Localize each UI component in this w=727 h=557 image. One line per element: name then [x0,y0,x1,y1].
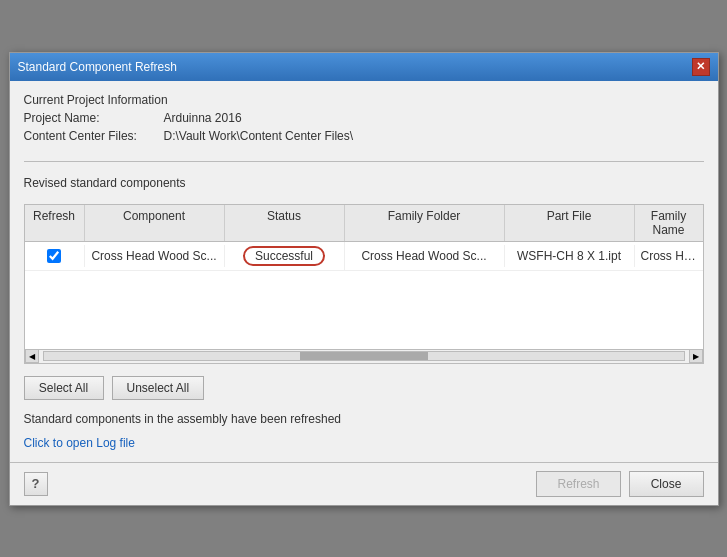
content-center-label: Content Center Files: [24,129,164,143]
row-status: Successful [225,242,345,270]
dialog-footer: ? Refresh Close [10,462,718,505]
help-button[interactable]: ? [24,472,48,496]
close-button[interactable]: Close [629,471,704,497]
col-family-name: Family Name [635,205,703,241]
col-component: Component [85,205,225,241]
project-info-section: Current Project Information Project Name… [24,93,704,147]
title-bar: Standard Component Refresh ✕ [10,53,718,81]
table-row: Cross Head Wood Sc... Successful Cross H… [25,242,703,271]
row-refresh-checkbox-cell [25,245,85,267]
row-checkbox[interactable] [47,249,61,263]
scrollbar-track[interactable] [43,351,685,361]
dialog-window: Standard Component Refresh ✕ Current Pro… [9,52,719,506]
col-refresh: Refresh [25,205,85,241]
unselect-all-button[interactable]: Unselect All [112,376,205,400]
row-part-file: WSFH-CH 8 X 1.ipt [505,245,635,267]
section-label: Current Project Information [24,93,704,107]
scrollbar-thumb [300,352,428,360]
selection-buttons: Select All Unselect All [24,376,704,400]
footer-left: ? [24,472,48,496]
refresh-button[interactable]: Refresh [536,471,620,497]
table-body: Cross Head Wood Sc... Successful Cross H… [25,242,703,349]
revised-label: Revised standard components [24,176,704,190]
row-component: Cross Head Wood Sc... [85,245,225,267]
col-part-file: Part File [505,205,635,241]
dialog-title: Standard Component Refresh [18,60,177,74]
status-message: Standard components in the assembly have… [24,412,704,426]
project-name-label: Project Name: [24,111,164,125]
divider [24,161,704,162]
dialog-body: Current Project Information Project Name… [10,81,718,462]
scroll-right-arrow[interactable]: ▶ [689,349,703,363]
content-center-value: D:\Vault Work\Content Center Files\ [164,129,704,143]
table-header: Refresh Component Status Family Folder P… [25,205,703,242]
status-badge: Successful [243,246,325,266]
project-name-value: Arduinna 2016 [164,111,704,125]
close-icon[interactable]: ✕ [692,58,710,76]
row-family-name: Cross Head Wood Sc... [635,245,703,267]
info-grid: Project Name: Arduinna 2016 Content Cent… [24,111,704,143]
row-family-folder: Cross Head Wood Sc... [345,245,505,267]
col-family-folder: Family Folder [345,205,505,241]
select-all-button[interactable]: Select All [24,376,104,400]
footer-right: Refresh Close [536,471,703,497]
log-file-link[interactable]: Click to open Log file [24,436,704,450]
scroll-left-arrow[interactable]: ◀ [25,349,39,363]
horizontal-scrollbar[interactable]: ◀ ▶ [25,349,703,363]
col-status: Status [225,205,345,241]
components-table: Refresh Component Status Family Folder P… [24,204,704,364]
